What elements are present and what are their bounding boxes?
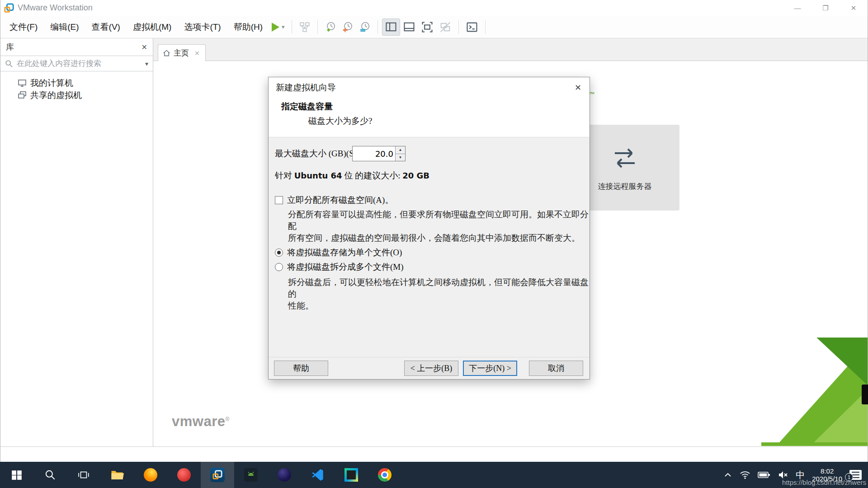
eclipse-button[interactable]: [268, 462, 301, 488]
chrome-button[interactable]: [368, 462, 401, 488]
library-title: 库: [6, 42, 14, 52]
menu-view[interactable]: 查看(V): [85, 18, 127, 37]
chevron-down-icon[interactable]: ▾: [282, 23, 285, 30]
dialog-close-icon[interactable]: ✕: [575, 83, 581, 93]
unity-mode-icon: [439, 21, 452, 33]
send-to-server-icon: [299, 21, 311, 33]
search-input[interactable]: [17, 59, 143, 68]
recommended-size-text: 针对 Ubuntu 64 位 的建议大小: 20 GB: [275, 170, 429, 182]
allocate-now-label: 立即分配所有磁盘空间(A)。: [287, 194, 393, 206]
snapshot-take-icon: [325, 21, 336, 33]
allocate-description: 分配所有容量可以提高性能，但要求所有物理磁盘空间立即可用。如果不立即分配 所有空…: [288, 209, 590, 244]
volume-muted-icon[interactable]: [778, 469, 788, 480]
back-button[interactable]: < 上一步(B): [404, 361, 458, 376]
search-dropdown-icon[interactable]: ▾: [145, 60, 148, 67]
taskbar-clock[interactable]: 8:02 2020/5/10: [812, 467, 842, 483]
library-header: 库 ✕: [0, 38, 153, 56]
home-icon: [163, 49, 170, 57]
action-center-button[interactable]: 1: [849, 470, 862, 480]
new-vm-wizard-dialog: 新建虚拟机向导 ✕ 指定磁盘容量 磁盘大小为多少? 最大磁盘大小 (GB)(S)…: [268, 77, 590, 380]
cancel-button[interactable]: 取消: [529, 361, 583, 376]
file-explorer-button[interactable]: [100, 462, 134, 488]
unity-mode-button[interactable]: [436, 19, 454, 36]
taskbar-search-button[interactable]: [33, 462, 67, 488]
radio-selected[interactable]: [275, 249, 283, 257]
menu-tabs[interactable]: 选项卡(T): [178, 18, 227, 37]
manage-snapshots-button[interactable]: [356, 19, 373, 35]
tray-chevron-up-icon[interactable]: [723, 470, 732, 479]
red-app-icon: [177, 468, 191, 482]
battery-icon[interactable]: [758, 470, 770, 479]
library-close-icon[interactable]: ✕: [142, 43, 147, 52]
dialog-title-bar: 新建虚拟机向导 ✕: [269, 77, 590, 98]
vscode-button[interactable]: [301, 462, 335, 488]
help-button[interactable]: 帮助: [274, 361, 328, 376]
close-icon[interactable]: ✕: [840, 0, 868, 16]
ime-indicator[interactable]: 中: [796, 469, 805, 481]
tab-strip: 主页 ✕: [153, 38, 868, 61]
library-pane-icon: [385, 21, 397, 33]
system-tray: 中 8:02 2020/5/10 1: [723, 462, 868, 488]
radio-unselected[interactable]: [275, 263, 283, 271]
allocate-desc-line2: 所有空间，虚拟磁盘的空间最初很小，会随着您向其中添加数据而不断变大。: [288, 232, 590, 244]
power-on-button[interactable]: ▾: [269, 20, 288, 34]
send-to-server-button[interactable]: [296, 19, 313, 35]
android-app-button[interactable]: [234, 462, 268, 488]
split-multiple-files-radio-row[interactable]: 将虚拟磁盘拆分成多个文件(M): [275, 261, 404, 273]
pycharm-button[interactable]: [335, 462, 368, 488]
tab-close-icon[interactable]: ✕: [194, 50, 200, 57]
fullscreen-icon: [421, 21, 434, 33]
chrome-icon: [378, 468, 392, 482]
spin-up-icon[interactable]: ▲: [396, 146, 405, 154]
vmware-taskbar-button[interactable]: [201, 462, 234, 488]
fullscreen-button[interactable]: [418, 19, 436, 36]
recommend-os: Ubuntu 64: [294, 171, 342, 180]
spin-down-icon[interactable]: ▼: [396, 154, 405, 161]
revert-snapshot-button[interactable]: [339, 19, 356, 35]
disk-size-input[interactable]: [353, 146, 395, 161]
split-desc-line1: 拆分磁盘后，可以更轻松地在计算机之间移动虚拟机，但可能会降低大容量磁盘的: [288, 277, 590, 300]
show-thumbnail-bar-button[interactable]: [400, 19, 418, 36]
menu-edit[interactable]: 编辑(E): [44, 18, 85, 37]
search-icon: [44, 469, 56, 481]
console-view-button[interactable]: [463, 19, 481, 36]
dialog-heading: 指定磁盘容量: [281, 101, 333, 113]
green-strip: [761, 442, 868, 446]
screen: VMware Workstation — ❐ ✕ 文件(F) 编辑(E) 查看(…: [0, 0, 868, 488]
tree-item-shared-vms[interactable]: 共享的虚拟机: [0, 89, 153, 101]
pycharm-icon: [344, 468, 358, 482]
menu-file[interactable]: 文件(F): [3, 18, 44, 37]
vscode-icon: [311, 469, 324, 481]
allocate-now-checkbox-row[interactable]: 立即分配所有磁盘空间(A)。: [275, 194, 393, 206]
toolbar-separator: [485, 20, 486, 34]
start-button[interactable]: [0, 462, 33, 488]
window-title: VMware Workstation: [18, 3, 93, 13]
show-library-button[interactable]: [382, 19, 400, 36]
title-bar: VMware Workstation — ❐ ✕: [0, 0, 868, 16]
checkbox-unchecked[interactable]: [275, 196, 283, 204]
vmware-logo-text: vmware: [172, 413, 225, 429]
side-widget-tab[interactable]: [862, 385, 868, 404]
tree-item-label: 共享的虚拟机: [30, 89, 82, 101]
red-app-button[interactable]: [167, 462, 201, 488]
minimize-icon[interactable]: —: [783, 0, 811, 16]
take-snapshot-button[interactable]: [322, 19, 339, 35]
remote-tile-label: 连接远程服务器: [598, 181, 652, 192]
thumbnail-bar-icon: [403, 21, 415, 33]
split-desc-line2: 性能。: [288, 300, 590, 312]
task-view-button[interactable]: [67, 462, 100, 488]
tree-item-my-computer[interactable]: 我的计算机: [0, 77, 153, 89]
computer-icon: [18, 79, 27, 88]
wizard-nav-buttons: < 上一步(B) 下一步(N) > 取消: [404, 361, 583, 376]
toolbar-separator: [292, 20, 292, 34]
next-button[interactable]: 下一步(N) >: [463, 361, 517, 376]
tab-home[interactable]: 主页 ✕: [158, 44, 206, 61]
store-single-file-radio-row[interactable]: 将虚拟磁盘存储为单个文件(O): [275, 247, 402, 258]
maximize-icon[interactable]: ❐: [811, 0, 840, 16]
menu-vm[interactable]: 虚拟机(M): [127, 18, 178, 37]
menu-help[interactable]: 帮助(H): [227, 18, 269, 37]
file-explorer-icon: [110, 468, 124, 482]
vmware-taskbar-icon: [210, 468, 225, 482]
firefox-button[interactable]: [134, 462, 167, 488]
wifi-icon[interactable]: [740, 469, 750, 480]
